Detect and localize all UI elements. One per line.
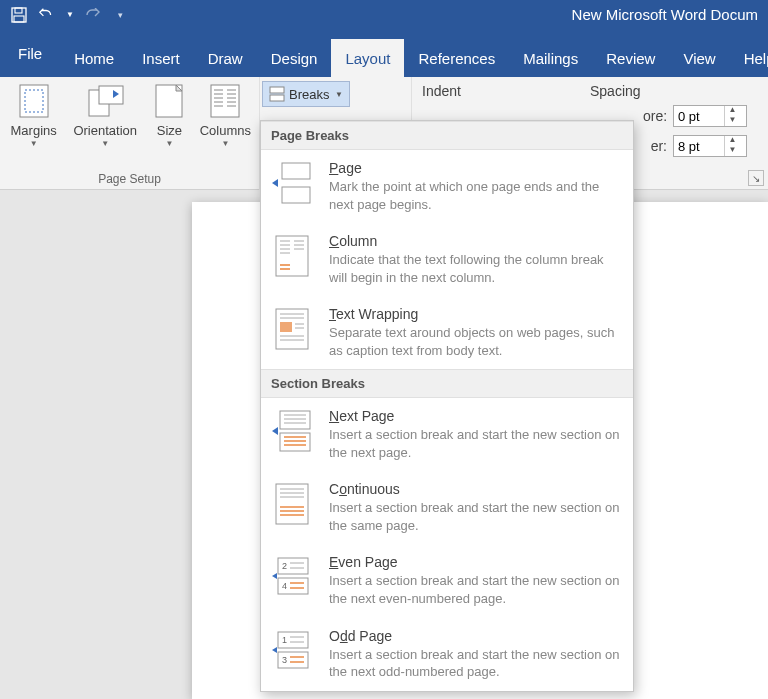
menu-item-title: Next Page [329,408,621,424]
tab-layout[interactable]: Layout [331,39,404,77]
continuous-icon [271,481,313,534]
margins-icon [19,83,49,119]
undo-dropdown-icon[interactable]: ▼ [66,10,74,19]
spacing-before-spinner[interactable]: ▲▼ [673,105,747,127]
spin-down-icon[interactable]: ▼ [725,146,740,156]
size-icon [155,83,183,119]
chevron-down-icon: ▼ [221,139,229,148]
ribbon-tab-bar: File Home Insert Draw Design Layout Refe… [0,29,768,77]
svg-rect-6 [99,86,123,104]
svg-text:1: 1 [282,635,287,645]
menu-item-next-page[interactable]: Next Page Insert a section break and sta… [261,398,633,471]
group-label-page-setup: Page Setup [0,172,259,186]
menu-item-page-break[interactable]: Page Mark the point at which one page en… [261,150,633,223]
tab-references[interactable]: References [404,39,509,77]
quick-access-toolbar: ▼ ▾ [0,6,123,24]
odd-page-icon: 13 [271,628,313,681]
column-break-icon [271,233,313,286]
menu-item-title: Odd Page [329,628,621,644]
chevron-down-icon: ▼ [165,139,173,148]
svg-rect-21 [282,163,310,179]
tab-design[interactable]: Design [257,39,332,77]
even-page-icon: 24 [271,554,313,607]
svg-rect-20 [270,95,284,101]
save-icon[interactable] [10,6,28,24]
menu-item-even-page[interactable]: 24 Even Page Insert a section break and … [261,544,633,617]
spacing-before-label: ore: [643,108,673,124]
text-wrap-icon [271,306,313,359]
dialog-launcher-icon[interactable]: ↘ [748,170,764,186]
svg-rect-19 [270,87,284,93]
svg-rect-45 [280,433,310,451]
qat-customize-icon[interactable]: ▾ [112,10,123,20]
document-title: New Microsoft Word Docum [123,6,768,23]
svg-rect-22 [282,187,310,203]
group-page-setup: Margins ▼ Orientation ▼ Size ▼ [0,77,260,190]
spacing-before-input[interactable] [674,109,724,124]
tab-help[interactable]: Help [730,39,768,77]
tab-review[interactable]: Review [592,39,669,77]
tab-mailings[interactable]: Mailings [509,39,592,77]
page-break-icon [271,160,313,213]
margins-label: Margins [11,123,57,138]
svg-rect-34 [280,322,292,332]
spacing-after-spinner[interactable]: ▲▼ [673,135,747,157]
spacing-after-input[interactable] [674,139,724,154]
menu-item-desc: Separate text around objects on web page… [329,324,621,359]
indent-header: Indent [422,83,590,99]
tab-home[interactable]: Home [60,39,128,77]
breaks-dropdown-menu: Page Breaks Page Mark the point at which… [260,120,634,692]
title-bar: ▼ ▾ New Microsoft Word Docum [0,0,768,29]
size-button[interactable]: Size ▼ [151,83,188,148]
menu-header-section-breaks: Section Breaks [261,369,633,398]
svg-rect-1 [15,8,22,13]
menu-item-desc: Mark the point at which one page ends an… [329,178,621,213]
breaks-label: Breaks [289,87,329,102]
menu-item-continuous[interactable]: Continuous Insert a section break and st… [261,471,633,544]
size-label: Size [157,123,182,138]
orientation-button[interactable]: Orientation ▼ [71,83,139,148]
breaks-dropdown-button[interactable]: Breaks ▼ [262,81,350,107]
tab-file[interactable]: File [0,29,60,77]
breaks-icon [269,86,285,102]
svg-text:3: 3 [282,655,287,665]
columns-button[interactable]: Columns ▼ [200,83,251,148]
orientation-label: Orientation [73,123,137,138]
spacing-header: Spacing [590,83,758,99]
svg-rect-23 [276,236,308,276]
columns-label: Columns [200,123,251,138]
menu-item-desc: Indicate that the text following the col… [329,251,621,286]
menu-item-desc: Insert a section break and start the new… [329,426,621,461]
menu-header-page-breaks: Page Breaks [261,121,633,150]
next-page-icon [271,408,313,461]
chevron-down-icon: ▼ [30,139,38,148]
menu-item-title: Column [329,233,621,249]
spacing-after-label: er: [643,138,673,154]
svg-text:4: 4 [282,581,287,591]
menu-item-odd-page[interactable]: 13 Odd Page Insert a section break and s… [261,618,633,691]
menu-item-title: Text Wrapping [329,306,621,322]
chevron-down-icon: ▼ [335,90,343,99]
svg-rect-2 [14,16,24,22]
svg-text:2: 2 [282,561,287,571]
columns-icon [210,83,240,119]
menu-item-desc: Insert a section break and start the new… [329,646,621,681]
menu-item-text-wrapping[interactable]: Text Wrapping Separate text around objec… [261,296,633,369]
undo-icon[interactable] [38,6,56,24]
menu-item-title: Page [329,160,621,176]
tab-insert[interactable]: Insert [128,39,194,77]
redo-icon[interactable] [84,6,102,24]
orientation-icon [85,83,125,119]
menu-item-desc: Insert a section break and start the new… [329,499,621,534]
menu-item-column-break[interactable]: Column Indicate that the text following … [261,223,633,296]
spin-down-icon[interactable]: ▼ [725,116,740,126]
margins-button[interactable]: Margins ▼ [8,83,59,148]
tab-view[interactable]: View [669,39,729,77]
menu-item-desc: Insert a section break and start the new… [329,572,621,607]
menu-item-title: Even Page [329,554,621,570]
svg-rect-41 [280,411,310,429]
svg-rect-49 [276,484,308,524]
tab-draw[interactable]: Draw [194,39,257,77]
chevron-down-icon: ▼ [101,139,109,148]
menu-item-title: Continuous [329,481,621,497]
